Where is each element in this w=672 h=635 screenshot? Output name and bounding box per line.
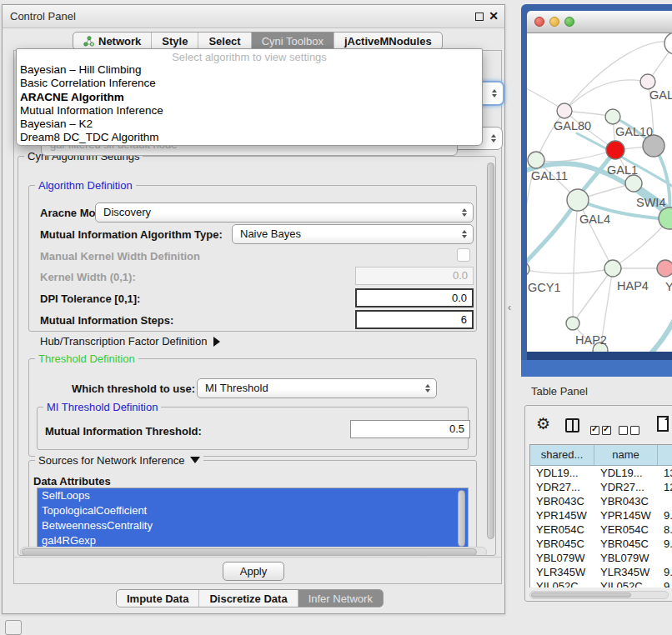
table-row[interactable]: YER054CYER054C8. xyxy=(530,522,672,537)
hide-selected-icon[interactable] xyxy=(619,423,642,438)
which-threshold-combo[interactable]: MI Threshold xyxy=(197,378,437,398)
table-row[interactable]: YDL19...YDL19...13 xyxy=(530,466,672,480)
network-view-window: GAL7GAL80GAL10GAL1GAL11SWI4GAL4GCY1HAP4Y… xyxy=(521,4,672,377)
table-body: YDL19...YDL19...13YDR27...YDR27...12YBR0… xyxy=(530,466,672,588)
columns-icon[interactable] xyxy=(565,418,579,432)
network-node-gal80[interactable] xyxy=(557,103,572,118)
network-node-swi4[interactable] xyxy=(625,175,642,192)
traffic-light-zoom-icon[interactable] xyxy=(564,17,574,27)
column-header[interactable]: A xyxy=(658,445,672,466)
split-pane-handle[interactable]: ‹ xyxy=(508,302,511,313)
traffic-light-close-icon[interactable] xyxy=(534,17,544,27)
network-node-gal10[interactable] xyxy=(605,109,620,124)
tab-label: Select xyxy=(208,32,240,50)
network-node-hap2[interactable] xyxy=(566,317,579,330)
tab-style[interactable]: Style xyxy=(151,32,198,49)
table-cell: 9 xyxy=(658,579,672,588)
aracne-mode-combo[interactable]: Discovery xyxy=(95,202,474,222)
table-row[interactable]: YBL079WYBL079W xyxy=(530,551,672,565)
table-cell: YIL052C xyxy=(594,579,658,588)
tab-select[interactable]: Select xyxy=(198,32,250,49)
close-icon[interactable]: ✕ xyxy=(489,9,499,22)
divider xyxy=(14,557,501,558)
kernel-width-field[interactable]: 0.0 xyxy=(355,267,474,285)
table-cell: YER054C xyxy=(530,522,594,537)
mi-threshold-label: Mutual Information Threshold: xyxy=(45,425,202,438)
tab-label: Style xyxy=(162,32,188,50)
data-attributes-list[interactable]: SelfLoopsTopologicalCoefficientBetweenne… xyxy=(37,488,469,551)
data-attribute-item[interactable]: TopologicalCoefficient xyxy=(38,503,468,518)
tab-network[interactable]: Network xyxy=(73,32,151,49)
tab-jactivemnodules[interactable]: jActiveMNodules xyxy=(333,32,442,49)
column-header[interactable]: shared... xyxy=(530,445,594,466)
algorithm-option[interactable]: Basic Correlation Inference xyxy=(17,77,482,90)
network-window-titlebar[interactable] xyxy=(527,11,672,33)
network-node-gal11[interactable] xyxy=(528,152,544,168)
tab-discretize-data[interactable]: Discretize Data xyxy=(198,590,297,607)
mi-steps-label: Mutual Information Steps: xyxy=(40,314,173,327)
gear-icon[interactable]: ⚙ xyxy=(536,414,550,433)
hub-section-toggle[interactable]: Hub/Transcription Factor Definition xyxy=(40,335,220,348)
tab-cyni-toolbox[interactable]: Cyni Toolbox xyxy=(251,32,333,49)
algorithm-option[interactable]: Dream8 DC_TDC Algorithm xyxy=(17,131,482,144)
algorithm-option[interactable]: Bayesian – K2 xyxy=(17,118,482,131)
tab-label: jActiveMNodules xyxy=(344,32,432,50)
table-row[interactable]: YLR345WYLR345W9. xyxy=(530,565,672,579)
network-node-gal1[interactable] xyxy=(606,141,624,159)
algorithm-option[interactable]: ARACNE Algorithm xyxy=(17,91,482,104)
dpi-tolerance-field[interactable]: 0.0 xyxy=(355,288,474,308)
table-row[interactable]: YBR045CYBR045C9. xyxy=(530,537,672,551)
node-label-swi4: SWI4 xyxy=(636,196,665,209)
list-scrollbar-thumb[interactable] xyxy=(458,490,465,547)
tab-label: Cyni Toolbox xyxy=(262,32,323,50)
network-node-gal7[interactable] xyxy=(640,74,655,89)
network-window-frame-bottom xyxy=(527,352,672,360)
float-window-icon[interactable] xyxy=(475,12,484,21)
network-node-gcy1[interactable] xyxy=(527,262,529,276)
table-cell: YPR145W xyxy=(530,508,594,522)
table-cell: 9. xyxy=(658,537,672,551)
table-cell: YDR27... xyxy=(594,480,658,494)
table-hscrollbar-thumb[interactable] xyxy=(531,592,631,598)
algorithm-option[interactable]: Mutual Information Inference xyxy=(17,104,482,118)
tab-impute-data[interactable]: Impute Data xyxy=(117,590,198,607)
data-attribute-item[interactable]: BetweennessCentrality xyxy=(38,518,468,533)
network-node-salmon-node[interactable] xyxy=(657,260,672,277)
manual-kernel-checkbox[interactable] xyxy=(457,248,470,262)
network-canvas[interactable]: GAL7GAL80GAL10GAL1GAL11SWI4GAL4GCY1HAP4Y… xyxy=(527,33,672,352)
sources-title: Sources for Network Inference xyxy=(38,454,185,467)
table-cell: YIL052C xyxy=(530,579,594,588)
table-row[interactable]: YPR145WYPR145W9. xyxy=(530,508,672,522)
table-cell: 8. xyxy=(658,522,672,537)
apply-button[interactable]: Apply xyxy=(223,562,284,581)
show-selected-icon[interactable] xyxy=(590,423,614,438)
panel-title: Control Panel xyxy=(10,5,76,28)
network-node-top-right[interactable] xyxy=(664,33,672,54)
table-cell: YDR27... xyxy=(530,480,594,494)
traffic-light-minimize-icon[interactable] xyxy=(549,17,559,27)
settings-scrollbar-thumb[interactable] xyxy=(487,162,494,539)
column-header[interactable]: name xyxy=(594,445,658,466)
table-cell: YLR345W xyxy=(530,565,594,579)
mi-steps-field[interactable]: 6 xyxy=(355,310,474,329)
horizontal-scrollbar-thumb[interactable] xyxy=(22,548,477,556)
network-canvas-svg: GAL7GAL80GAL10GAL1GAL11SWI4GAL4GCY1HAP4Y… xyxy=(527,33,672,352)
minimized-panel-icon[interactable] xyxy=(5,620,22,635)
table-cell: YBR043C xyxy=(594,494,658,508)
tab-label: Discretize Data xyxy=(209,590,287,608)
mi-type-combo[interactable]: Naive Bayes xyxy=(232,224,474,244)
table-row[interactable]: YDR27...YDR27...12 xyxy=(530,480,672,494)
mi-threshold-field[interactable]: 0.5 xyxy=(350,420,470,438)
network-node-hap4[interactable] xyxy=(604,260,621,277)
sources-group-label[interactable]: Sources for Network Inference xyxy=(35,454,203,467)
table-cell xyxy=(658,551,672,565)
tab-infer-network[interactable]: Infer Network xyxy=(298,590,383,607)
network-node-gal4[interactable] xyxy=(567,189,589,211)
table-row[interactable]: YBR043CYBR043C xyxy=(530,494,672,508)
table-row[interactable]: YIL052CYIL052C9 xyxy=(530,579,672,588)
bottom-tabs: Impute DataDiscretize DataInfer Network xyxy=(116,589,384,608)
export-table-icon[interactable] xyxy=(657,416,669,432)
data-attribute-item[interactable]: SelfLoops xyxy=(38,488,468,503)
table-cell: 13 xyxy=(658,466,672,480)
algorithm-option[interactable]: Bayesian – Hill Climbing xyxy=(17,63,482,77)
